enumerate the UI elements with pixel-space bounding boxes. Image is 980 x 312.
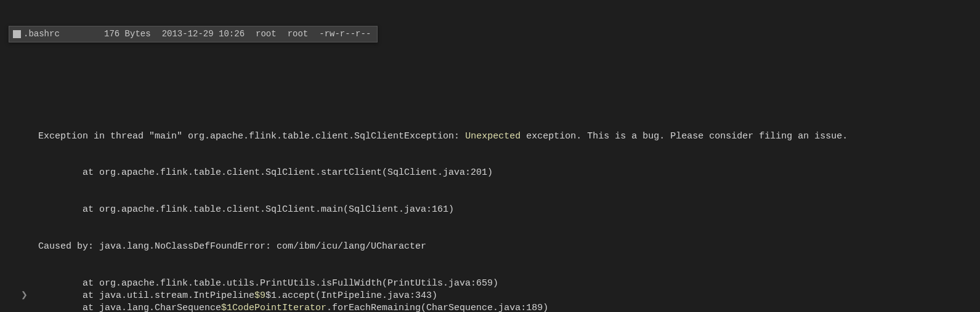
stack-frame: at java.lang.CharSequence$1CodePointIter…: [38, 302, 980, 312]
chevron-right-icon[interactable]: ❯: [21, 289, 28, 303]
terminal-output[interactable]: Flink SQL> show tables; Exception in thr…: [0, 0, 980, 312]
stack-frame: at org.apache.flink.table.utils.PrintUti…: [38, 278, 980, 290]
tooltip-date: 2013-12-29 10:26: [162, 28, 245, 40]
stack-frame: at java.util.stream.IntPipeline$9$1.acce…: [38, 290, 980, 302]
caused-by: Caused by: java.lang.NoClassDefFoundErro…: [38, 241, 980, 253]
stack-frame: at org.apache.flink.table.client.SqlClie…: [38, 204, 980, 216]
stack-trace: Exception in thread "main" org.apache.fl…: [38, 106, 980, 312]
tooltip-filename: .bashrc: [13, 28, 93, 40]
tooltip-size: 176 Bytes: [104, 28, 151, 40]
stack-frame: at org.apache.flink.table.client.SqlClie…: [38, 167, 980, 179]
tooltip-perm: -rw-r--r--: [319, 28, 371, 40]
file-info-tooltip: .bashrc 176 Bytes 2013-12-29 10:26 root …: [9, 26, 378, 42]
tooltip-group: root: [288, 28, 309, 40]
exception-head: Exception in thread "main" org.apache.fl…: [38, 130, 980, 143]
file-icon: [13, 30, 21, 38]
tooltip-owner: root: [256, 28, 277, 40]
